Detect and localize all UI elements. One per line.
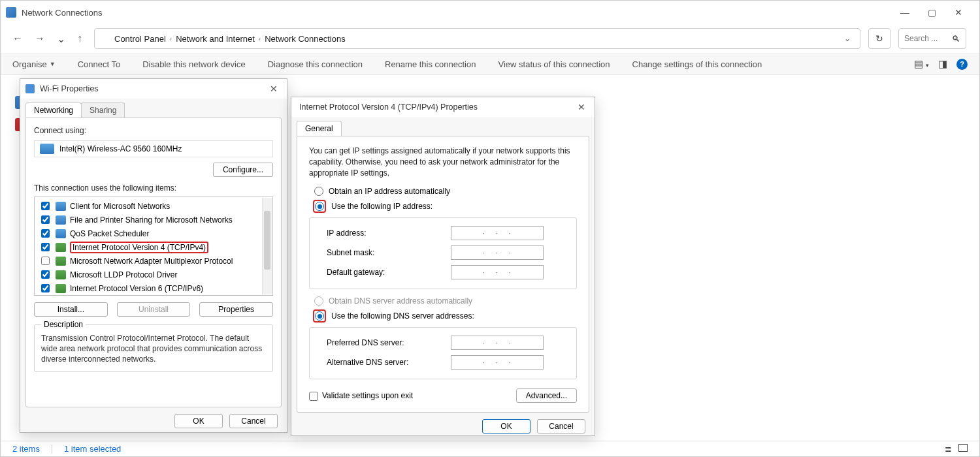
connect-using-label: Connect using: [34, 126, 273, 135]
disable-device-button[interactable]: Disable this network device [142, 59, 246, 69]
close-button[interactable]: ✕ [955, 7, 962, 18]
protocol-checkbox[interactable] [41, 202, 50, 210]
protocol-item[interactable]: Internet Protocol Version 4 (TCP/IPv4) [36, 240, 271, 254]
recent-chevron[interactable]: ⌄ [57, 33, 65, 45]
search-input[interactable]: Search ... 🔍︎ [898, 28, 966, 49]
network-icon [6, 7, 16, 18]
wifi-icon [25, 84, 35, 93]
tab-networking[interactable]: Networking [25, 102, 82, 118]
protocol-icon [56, 243, 66, 252]
change-settings-button[interactable]: Change settings of this connection [632, 59, 762, 69]
protocol-label: Microsoft Network Adapter Multiplexor Pr… [70, 257, 233, 266]
networking-panel: Connect using: Intel(R) Wireless-AC 9560… [25, 118, 282, 407]
gateway-input[interactable]: · · · [451, 265, 544, 279]
view-options-icon[interactable]: ▤︎ ▾ [914, 58, 929, 70]
diagnose-button[interactable]: Diagnose this connection [268, 59, 363, 69]
scrollbar[interactable] [262, 198, 272, 294]
cancel-button[interactable]: Cancel [229, 414, 278, 428]
protocol-checkbox[interactable] [41, 270, 50, 279]
protocol-icon [56, 284, 66, 293]
protocol-item[interactable]: Microsoft LLDP Protocol Driver [36, 268, 271, 281]
ok-button[interactable]: OK [174, 414, 223, 428]
history-chevron[interactable]: ⌄ [844, 34, 851, 43]
protocol-checkbox[interactable] [41, 215, 50, 224]
search-icon: 🔍︎ [952, 34, 960, 44]
chevron-right-icon: › [170, 35, 172, 42]
ip-address-input[interactable]: · · · [451, 226, 544, 240]
protocol-icon [56, 215, 66, 225]
properties-button[interactable]: Properties [199, 302, 273, 317]
use-dns-radio[interactable]: Use the following DNS server addresses: [313, 307, 577, 324]
address-bar[interactable]: Control Panel › Network and Internet › N… [94, 28, 860, 49]
validate-checkbox[interactable]: Validate settings upon exit [309, 391, 413, 401]
configure-button[interactable]: Configure... [213, 163, 273, 177]
pref-dns-input[interactable]: · · · [451, 336, 544, 350]
protocol-checkbox[interactable] [41, 284, 50, 292]
minimize-button[interactable]: — [900, 7, 909, 18]
item-count: 2 items [12, 444, 40, 454]
up-button[interactable]: ↑ [77, 33, 82, 44]
selected-count: 1 item selected [64, 444, 121, 454]
breadcrumb[interactable]: Network and Internet [176, 34, 255, 44]
close-button[interactable]: ✕ [574, 102, 589, 112]
description-text: Transmission Control Protocol/Internet P… [41, 333, 266, 365]
breadcrumb[interactable]: Control Panel [114, 34, 166, 44]
advanced-button[interactable]: Advanced... [516, 388, 577, 403]
preview-pane-icon[interactable]: ◨︎ [938, 58, 947, 70]
cancel-button[interactable]: Cancel [537, 419, 585, 433]
protocol-label: QoS Packet Scheduler [70, 229, 149, 238]
tab-sharing[interactable]: Sharing [81, 102, 125, 118]
protocol-list[interactable]: Client for Microsoft Networks File and P… [34, 197, 273, 296]
uninstall-button[interactable]: Uninstall [117, 302, 191, 317]
view-status-button[interactable]: View status of this connection [498, 59, 610, 69]
help-icon[interactable]: ? [956, 59, 968, 70]
protocol-checkbox[interactable] [41, 229, 50, 238]
rename-button[interactable]: Rename this connection [385, 59, 476, 69]
protocol-item[interactable]: Microsoft Network Adapter Multiplexor Pr… [36, 254, 271, 268]
details-view-icon[interactable]: ≣ [945, 444, 952, 454]
maximize-button[interactable]: ▢ [928, 7, 936, 18]
protocol-icon [56, 257, 66, 266]
status-bar: 2 items 1 item selected ≣ [1, 441, 979, 456]
search-placeholder: Search ... [904, 34, 938, 43]
protocol-checkbox[interactable] [41, 257, 50, 265]
alt-dns-input[interactable]: · · · [451, 355, 544, 370]
protocol-label: Internet Protocol Version 6 (TCP/IPv6) [70, 284, 203, 293]
highlight-icon [313, 200, 326, 213]
protocol-item[interactable]: Internet Protocol Version 6 (TCP/IPv6) [36, 281, 271, 295]
refresh-button[interactable]: ↻ [868, 28, 890, 49]
protocol-item[interactable]: QoS Packet Scheduler [36, 227, 271, 240]
back-button[interactable]: ← [12, 33, 23, 44]
obtain-ip-radio[interactable]: Obtain an IP address automatically [314, 185, 577, 198]
general-panel: You can get IP settings assigned automat… [297, 136, 589, 413]
tiles-view-icon[interactable] [958, 444, 968, 452]
obtain-dns-radio: Obtain DNS server address automatically [314, 294, 577, 307]
network-icon [100, 33, 110, 44]
dialog-title: Internet Protocol Version 4 (TCP/IPv4) P… [297, 102, 478, 112]
breadcrumb[interactable]: Network Connections [265, 34, 346, 44]
titlebar: Network Connections — ▢ ✕ [1, 1, 979, 24]
dialog-titlebar: Internet Protocol Version 4 (TCP/IPv4) P… [291, 97, 595, 117]
protocol-icon [56, 270, 66, 279]
intro-text: You can get IP settings assigned automat… [309, 146, 577, 178]
use-ip-radio[interactable]: Use the following IP address: [313, 198, 577, 215]
install-button[interactable]: Install... [34, 302, 108, 317]
organise-menu[interactable]: Organise▼ [12, 59, 56, 69]
subnet-input[interactable]: · · · [451, 245, 544, 260]
protocol-item[interactable]: Client for Microsoft Networks [36, 199, 271, 213]
dialog-titlebar: Wi-Fi Properties ✕ [20, 79, 287, 99]
chevron-right-icon: › [259, 35, 261, 42]
protocol-item[interactable]: File and Printer Sharing for Microsoft N… [36, 213, 271, 227]
ok-button[interactable]: OK [482, 419, 531, 433]
close-button[interactable]: ✕ [266, 84, 282, 94]
uses-items-label: This connection uses the following items… [34, 183, 273, 193]
tab-general[interactable]: General [297, 121, 342, 136]
subnet-label: Subnet mask: [327, 248, 451, 257]
forward-button[interactable]: → [35, 33, 45, 44]
connect-to-button[interactable]: Connect To [78, 59, 121, 69]
protocol-checkbox[interactable] [41, 243, 50, 251]
alt-dns-label: Alternative DNS server: [327, 358, 451, 367]
nav-row: ← → ⌄ ↑ Control Panel › Network and Inte… [1, 24, 979, 53]
protocol-label: File and Printer Sharing for Microsoft N… [70, 215, 233, 225]
adapter-row: Intel(R) Wireless-AC 9560 160MHz [34, 140, 273, 157]
